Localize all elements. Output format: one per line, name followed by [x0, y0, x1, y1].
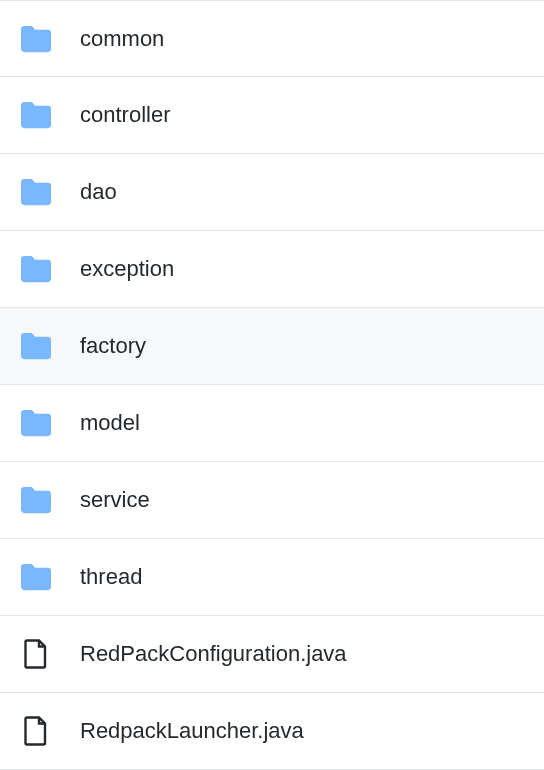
folder-icon	[20, 561, 52, 593]
file-row[interactable]: controller	[0, 77, 544, 154]
file-name: factory	[80, 333, 146, 359]
file-icon	[20, 715, 52, 747]
file-name: common	[80, 26, 164, 52]
file-list: common controller dao exception factory …	[0, 0, 544, 770]
file-row[interactable]: model	[0, 385, 544, 462]
folder-icon	[20, 23, 52, 55]
folder-icon	[20, 253, 52, 285]
file-name: model	[80, 410, 140, 436]
file-row[interactable]: dao	[0, 154, 544, 231]
file-row[interactable]: exception	[0, 231, 544, 308]
file-row[interactable]: factory	[0, 308, 544, 385]
file-row[interactable]: common	[0, 0, 544, 77]
file-name: RedPackConfiguration.java	[80, 641, 347, 667]
file-name: service	[80, 487, 150, 513]
file-name: controller	[80, 102, 170, 128]
file-name: thread	[80, 564, 142, 590]
file-row[interactable]: thread	[0, 539, 544, 616]
folder-icon	[20, 176, 52, 208]
file-row[interactable]: service	[0, 462, 544, 539]
file-name: RedpackLauncher.java	[80, 718, 304, 744]
folder-icon	[20, 330, 52, 362]
file-name: exception	[80, 256, 174, 282]
folder-icon	[20, 407, 52, 439]
file-name: dao	[80, 179, 117, 205]
folder-icon	[20, 484, 52, 516]
file-row[interactable]: RedpackLauncher.java	[0, 693, 544, 770]
folder-icon	[20, 99, 52, 131]
file-icon	[20, 638, 52, 670]
file-row[interactable]: RedPackConfiguration.java	[0, 616, 544, 693]
